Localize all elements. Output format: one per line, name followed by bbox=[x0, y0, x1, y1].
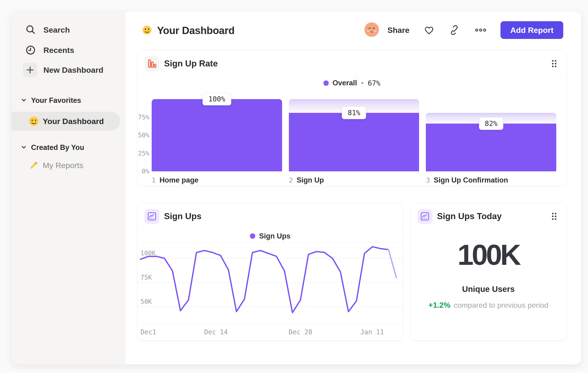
metric-delta: +1.2% compared to previous period bbox=[410, 301, 566, 310]
card-title: Sign Ups Today bbox=[437, 212, 502, 221]
smiley-emoji bbox=[142, 25, 152, 36]
y-axis-tick: 25% bbox=[137, 150, 149, 157]
sign-ups-series-line bbox=[388, 250, 396, 278]
chevron-down-icon bbox=[21, 97, 27, 104]
funnel-bar[interactable]: 82% bbox=[426, 99, 556, 171]
sidebar-item-recents[interactable]: Recents bbox=[11, 42, 125, 59]
add-report-button[interactable]: Add Report bbox=[501, 21, 563, 39]
legend-dot bbox=[323, 81, 329, 86]
delta-note: compared to previous period bbox=[454, 301, 548, 310]
y-axis-tick: 0% bbox=[137, 168, 149, 175]
avatar[interactable] bbox=[365, 22, 379, 38]
line-chart-icon bbox=[144, 209, 159, 224]
sidebar-item-your-dashboard[interactable]: Your Dashboard bbox=[11, 112, 120, 131]
conversion-tooltip: 100% bbox=[202, 93, 231, 105]
drag-handle-icon[interactable] bbox=[549, 211, 559, 222]
funnel-step-label: 2Sign Up bbox=[289, 176, 419, 185]
clock-icon bbox=[24, 43, 38, 57]
funnel-plot: 100%81%82% bbox=[152, 99, 556, 171]
overall-conversion-value: 67% bbox=[368, 79, 380, 87]
smiley-emoji bbox=[29, 116, 39, 127]
sign-ups-line-svg bbox=[137, 242, 403, 324]
app-window: Search Recents New Dashboard Your Favori… bbox=[11, 11, 581, 365]
y-axis-tick: 50% bbox=[137, 131, 149, 139]
sidebar-item-label: Your Dashboard bbox=[43, 117, 104, 126]
card-title: Sign Ups bbox=[164, 212, 201, 221]
funnel-bar-fill bbox=[289, 113, 419, 171]
sidebar-item-label: Recents bbox=[43, 46, 74, 55]
y-axis-tick: 75K bbox=[140, 274, 152, 281]
pencil-emoji bbox=[29, 160, 39, 171]
step-name: Sign Up Confirmation bbox=[434, 176, 508, 184]
x-axis-tick: Jan 11 bbox=[360, 328, 384, 336]
section-title: Your Favorites bbox=[31, 96, 81, 105]
funnel-legend: Overall • 67% bbox=[137, 77, 566, 89]
step-number: 1 bbox=[152, 176, 156, 184]
share-button[interactable]: Share bbox=[387, 26, 410, 35]
card-header: Sign Up Rate bbox=[137, 50, 566, 77]
x-axis-tick: Dec 14 bbox=[204, 328, 228, 336]
line-chart-plot[interactable]: 100K75K50K bbox=[137, 242, 403, 324]
line-legend: Sign Ups bbox=[137, 230, 403, 243]
sign-up-rate-card: Sign Up Rate Overall • 67% 0%25%50%75% 1… bbox=[137, 50, 567, 186]
metric-value: 100K bbox=[410, 238, 566, 271]
conversion-tooltip: 81% bbox=[342, 107, 366, 119]
funnel-chart-icon bbox=[144, 56, 159, 71]
x-axis-tick: Dec1 bbox=[140, 328, 156, 336]
conversion-tooltip: 82% bbox=[479, 117, 503, 130]
funnel-bar-fill bbox=[152, 99, 282, 171]
chevron-down-icon bbox=[21, 144, 27, 151]
sidebar-item-label: New Dashboard bbox=[43, 66, 103, 75]
y-axis-tick: 50K bbox=[140, 298, 152, 305]
sidebar-item-search[interactable]: Search bbox=[11, 21, 125, 38]
sidebar-item-label: My Reports bbox=[43, 161, 83, 170]
step-name: Home page bbox=[159, 176, 198, 184]
topbar-actions: Share Add Report bbox=[365, 21, 563, 39]
plus-icon bbox=[23, 63, 37, 77]
metric-label: Unique Users bbox=[410, 284, 566, 294]
legend-dot bbox=[250, 233, 255, 239]
sidebar-item-my-reports[interactable]: My Reports bbox=[11, 157, 125, 174]
sign-ups-today-card: Sign Ups Today 100K Unique Users +1.2% c… bbox=[410, 203, 567, 341]
sidebar-section-created-by-you[interactable]: Created By You bbox=[21, 143, 84, 152]
sidebar-item-new-dashboard[interactable]: New Dashboard bbox=[11, 61, 125, 78]
card-header: Sign Ups bbox=[137, 203, 403, 230]
copy-link-icon[interactable] bbox=[449, 24, 460, 36]
page-title: Your Dashboard bbox=[142, 24, 234, 38]
sidebar-item-label: Search bbox=[43, 25, 70, 34]
sign-ups-series-line bbox=[140, 247, 388, 313]
step-name: Sign Up bbox=[297, 176, 324, 184]
step-number: 2 bbox=[289, 176, 293, 184]
sign-ups-card: Sign Ups Sign Ups 100K75K50K Dec1Dec 14D… bbox=[137, 203, 403, 341]
sidebar-section-favorites[interactable]: Your Favorites bbox=[21, 96, 81, 105]
section-title: Created By You bbox=[31, 143, 84, 152]
funnel-step-label: 1Home page bbox=[152, 176, 282, 185]
y-axis-tick: 75% bbox=[137, 113, 149, 121]
search-icon bbox=[24, 23, 38, 37]
funnel-step-label: 3Sign Up Confirmation bbox=[426, 176, 556, 185]
step-number: 3 bbox=[426, 176, 430, 184]
card-title: Sign Up Rate bbox=[164, 59, 218, 69]
funnel-step-labels: 1Home page2Sign Up3Sign Up Confirmation bbox=[152, 176, 556, 185]
funnel-bar[interactable]: 100% bbox=[152, 99, 282, 171]
x-axis-tick: Dec 28 bbox=[289, 328, 312, 336]
favorite-heart-icon[interactable] bbox=[423, 24, 435, 36]
drag-handle-icon[interactable] bbox=[549, 59, 559, 69]
x-axis-divider bbox=[137, 324, 403, 325]
more-options-icon[interactable] bbox=[474, 24, 487, 36]
y-axis-tick: 100K bbox=[140, 250, 156, 257]
sidebar: Search Recents New Dashboard Your Favori… bbox=[11, 11, 125, 364]
funnel-bar[interactable]: 81% bbox=[289, 99, 419, 171]
card-header: Sign Ups Today bbox=[410, 203, 566, 230]
line-chart-icon bbox=[417, 209, 432, 224]
delta-value: +1.2% bbox=[428, 301, 451, 310]
funnel-bar-fill bbox=[426, 123, 556, 171]
